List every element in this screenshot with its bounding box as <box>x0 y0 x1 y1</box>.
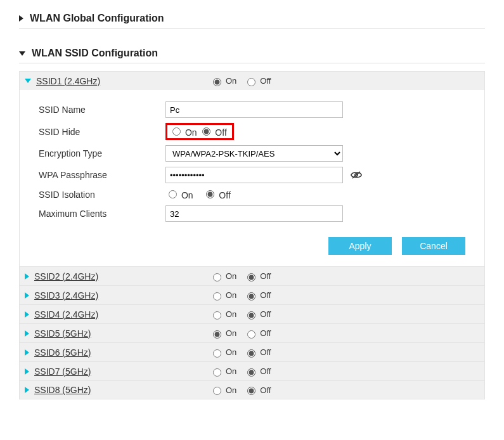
ssid-link[interactable]: SSID3 (2.4GHz) <box>34 290 98 301</box>
ssid-link[interactable]: SSID5 (5GHz) <box>34 328 91 339</box>
encryption-type-label: Encryption Type <box>20 148 165 159</box>
ssid-enable-off-radio[interactable] <box>247 311 255 320</box>
ssid-row[interactable]: SSID2 (2.4GHz)OnOff <box>19 266 485 285</box>
chevron-right-icon <box>19 15 23 22</box>
ssid-enable-on-radio[interactable] <box>213 292 221 301</box>
ssid-enable-off-radio[interactable] <box>247 273 255 281</box>
ssid-enable-on-label[interactable]: On <box>210 385 236 395</box>
off-text: Off <box>260 271 271 281</box>
encryption-type-select[interactable]: WPA/WPA2-PSK-TKIP/AES <box>165 145 343 162</box>
ssid1-enable-group: On Off <box>210 76 277 86</box>
ssid-enable-on-radio[interactable] <box>213 311 221 320</box>
ssid-isolation-label: SSID Isolation <box>20 190 165 200</box>
ssid-enable-off-label[interactable]: Off <box>244 328 271 339</box>
ssid-enable-off-radio[interactable] <box>247 330 255 339</box>
ssid-enable-on-radio[interactable] <box>213 330 221 339</box>
apply-button[interactable]: Apply <box>328 237 392 255</box>
on-text: On <box>185 127 197 138</box>
chevron-right-icon <box>25 273 29 280</box>
off-text: Off <box>260 385 271 395</box>
ssid-isolation-on-label[interactable]: On <box>165 188 193 200</box>
section-title-global: WLAN Global Configuration <box>30 13 164 24</box>
ssid1-enable-off-label[interactable]: Off <box>244 76 271 86</box>
ssid-row[interactable]: SSID7 (5GHz)OnOff <box>19 361 485 380</box>
section-header-ssid[interactable]: WLAN SSID Configuration <box>19 41 485 63</box>
ssid-enable-group: OnOff <box>210 271 277 281</box>
ssid1-enable-off-radio[interactable] <box>247 78 255 86</box>
ssid-enable-group: OnOff <box>210 290 277 301</box>
ssid-row-ssid1[interactable]: SSID1 (2.4GHz) On Off <box>19 71 485 90</box>
on-text: On <box>226 271 236 281</box>
ssid-hide-on-label[interactable]: On <box>169 126 197 138</box>
off-text: Off <box>260 328 271 338</box>
ssid-enable-off-radio[interactable] <box>247 349 255 358</box>
chevron-down-icon <box>19 51 25 56</box>
ssid1-detail: SSID Name SSID Hide On <box>19 90 485 266</box>
ssid-enable-group: OnOff <box>210 385 277 395</box>
max-clients-input[interactable] <box>165 205 343 222</box>
eye-icon[interactable] <box>351 171 362 179</box>
off-text: Off <box>260 309 271 319</box>
ssid-enable-off-radio[interactable] <box>247 292 255 301</box>
ssid-enable-on-label[interactable]: On <box>210 309 236 320</box>
off-text: Off <box>260 366 271 376</box>
ssid-row[interactable]: SSID5 (5GHz)OnOff <box>19 323 485 342</box>
ssid-enable-off-radio[interactable] <box>247 368 255 377</box>
off-text: Off <box>215 127 226 138</box>
ssid-enable-on-radio[interactable] <box>213 349 221 358</box>
ssid-hide-on-radio[interactable] <box>172 127 181 136</box>
chevron-right-icon <box>25 368 29 375</box>
on-text: On <box>226 347 236 357</box>
ssid-panel: SSID1 (2.4GHz) On Off SSID Name <box>19 71 485 399</box>
ssid-enable-group: OnOff <box>210 366 277 377</box>
ssid-enable-off-label[interactable]: Off <box>244 309 271 320</box>
on-text: On <box>226 385 236 395</box>
ssid1-enable-on-label[interactable]: On <box>210 76 236 86</box>
ssid-enable-off-label[interactable]: Off <box>244 347 271 358</box>
ssid-enable-on-radio[interactable] <box>213 273 221 281</box>
ssid-enable-on-label[interactable]: On <box>210 347 236 358</box>
ssid-enable-off-label[interactable]: Off <box>244 271 271 281</box>
on-text: On <box>226 290 236 300</box>
off-text: Off <box>260 290 271 300</box>
ssid-enable-off-label[interactable]: Off <box>244 290 271 301</box>
ssid-link[interactable]: SSID6 (5GHz) <box>34 347 91 358</box>
ssid-enable-on-radio[interactable] <box>213 368 221 377</box>
cancel-button[interactable]: Cancel <box>402 237 465 255</box>
ssid-name-input[interactable] <box>165 101 343 118</box>
ssid-hide-off-radio[interactable] <box>202 127 210 136</box>
ssid-enable-on-label[interactable]: On <box>210 290 236 301</box>
ssid-row[interactable]: SSID6 (5GHz)OnOff <box>19 342 485 361</box>
off-text: Off <box>260 347 271 357</box>
ssid-enable-on-label[interactable]: On <box>210 366 236 377</box>
ssid-link-ssid1[interactable]: SSID1 (2.4GHz) <box>36 76 100 86</box>
ssid-row[interactable]: SSID3 (2.4GHz)OnOff <box>19 285 485 304</box>
section-header-global[interactable]: WLAN Global Configuration <box>19 6 485 29</box>
ssid-enable-group: OnOff <box>210 328 277 339</box>
on-text: On <box>181 190 193 200</box>
ssid-hide-off-label[interactable]: Off <box>199 126 226 138</box>
ssid1-enable-on-radio[interactable] <box>213 78 221 86</box>
chevron-right-icon <box>25 349 29 356</box>
ssid-enable-group: OnOff <box>210 347 277 358</box>
ssid-enable-off-label[interactable]: Off <box>244 385 271 395</box>
ssid-isolation-on-radio[interactable] <box>169 190 177 198</box>
ssid-link[interactable]: SSID8 (5GHz) <box>34 385 91 395</box>
ssid-row[interactable]: SSID8 (5GHz)OnOff <box>19 380 485 399</box>
ssid-enable-on-label[interactable]: On <box>210 328 236 339</box>
ssid-isolation-off-radio[interactable] <box>206 190 214 198</box>
ssid-row[interactable]: SSID4 (2.4GHz)OnOff <box>19 304 485 323</box>
chevron-down-icon <box>25 79 31 83</box>
wpa-passphrase-input[interactable] <box>165 167 343 183</box>
ssid-enable-on-radio[interactable] <box>213 387 221 395</box>
chevron-right-icon <box>25 330 29 337</box>
ssid-isolation-off-label[interactable]: Off <box>203 188 230 200</box>
ssid-link[interactable]: SSID2 (2.4GHz) <box>34 271 98 281</box>
ssid-hide-highlight: On Off <box>165 123 234 140</box>
ssid-link[interactable]: SSID4 (2.4GHz) <box>34 309 98 320</box>
ssid-enable-off-radio[interactable] <box>247 387 255 395</box>
on-text: On <box>226 328 236 338</box>
ssid-enable-off-label[interactable]: Off <box>244 366 271 377</box>
ssid-link[interactable]: SSID7 (5GHz) <box>34 366 91 377</box>
ssid-enable-on-label[interactable]: On <box>210 271 236 281</box>
